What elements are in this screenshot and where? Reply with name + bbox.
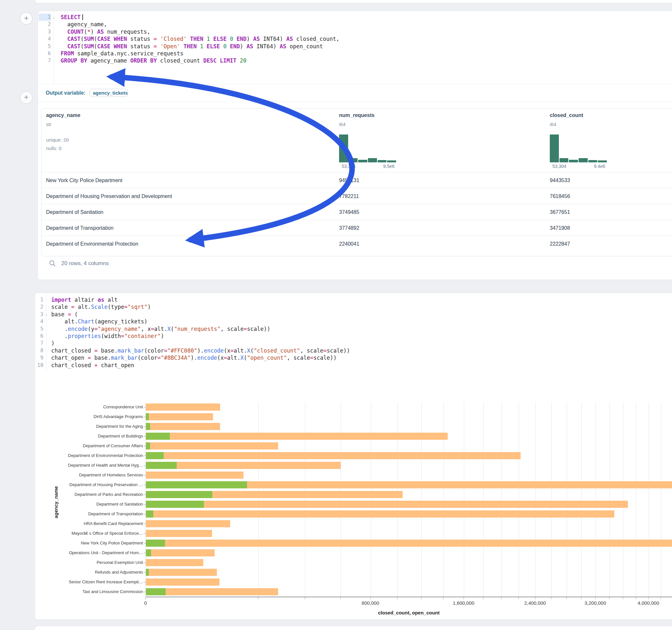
bar-closed_count[interactable] xyxy=(146,413,213,420)
bar-closed_count[interactable] xyxy=(146,539,672,547)
column-type: str xyxy=(46,122,51,127)
sql-editor[interactable]: 1⌄SELECT2 agency_name,3 COUNT(*) AS num_… xyxy=(39,14,654,65)
column-header-closed_count[interactable]: closed_counti6453,3049.4e6 xyxy=(545,108,655,172)
gridline xyxy=(535,402,536,597)
bar-closed_count[interactable] xyxy=(146,588,278,595)
code-line: 7GROUP BY agency_name ORDER BY closed_co… xyxy=(39,57,654,64)
x-tick xyxy=(535,597,535,599)
add-cell-button[interactable]: + xyxy=(20,91,32,104)
x-tick-label: 0 xyxy=(144,600,147,606)
bar-open_count[interactable] xyxy=(146,539,165,547)
search-icon[interactable] xyxy=(49,260,56,267)
y-axis-label: Senior Citizen Rent Increase Exempti… xyxy=(39,577,143,587)
column-histogram xyxy=(550,135,607,162)
x-tick-label: 1,600,000 xyxy=(453,600,475,606)
table-row[interactable]: Department of Environmental Protection22… xyxy=(42,236,672,252)
column-histogram xyxy=(339,135,396,162)
fold-spacer xyxy=(51,35,57,43)
column-header-agency_name[interactable]: agency_namestrunique: 20nulls: 0 xyxy=(42,108,152,172)
table-cell: 2240041 xyxy=(335,236,359,252)
bar-closed_count[interactable] xyxy=(146,549,215,556)
line-number: 6 xyxy=(39,50,51,57)
bar-open_count[interactable] xyxy=(146,569,149,576)
table-cell: 9453131 xyxy=(335,172,359,188)
output-variable-chip[interactable]: agency_tickets xyxy=(90,89,128,97)
bar-closed_count[interactable] xyxy=(146,569,217,576)
gridline xyxy=(609,402,610,597)
y-tick xyxy=(144,504,146,505)
line-number: 1 xyxy=(35,296,44,303)
bar-open_count[interactable] xyxy=(146,491,212,498)
bar-open_count[interactable] xyxy=(146,413,149,420)
y-tick xyxy=(144,533,146,534)
result-table[interactable]: agency_namestrunique: 20nulls: 0num_requ… xyxy=(41,108,672,256)
table-cell: 3471908 xyxy=(545,220,570,236)
bar-open_count[interactable] xyxy=(146,510,153,517)
python-editor[interactable]: 1import altair as alt2scale = alt.Scale(… xyxy=(35,296,652,369)
bar-closed_count[interactable] xyxy=(146,510,614,517)
y-tick xyxy=(144,475,146,476)
fold-spacer xyxy=(51,28,57,35)
bar-open_count[interactable] xyxy=(146,501,204,508)
bar-closed_count[interactable] xyxy=(146,471,243,479)
line-number: 7 xyxy=(35,340,44,347)
table-row[interactable]: Department of Housing Preservation and D… xyxy=(42,188,672,204)
table-cell: New York City Police Department xyxy=(42,172,123,188)
bar-closed_count[interactable] xyxy=(146,520,230,527)
column-header-num_requests[interactable]: num_requestsi6453,3049.5e6 xyxy=(335,108,445,172)
y-tick xyxy=(144,572,146,573)
bar-closed_count[interactable] xyxy=(146,433,448,440)
gridline xyxy=(398,402,398,597)
add-cell-button[interactable]: + xyxy=(20,12,32,25)
bar-closed_count[interactable] xyxy=(146,530,212,537)
bar-closed_count[interactable] xyxy=(146,579,219,586)
bar-open_count[interactable] xyxy=(146,433,170,440)
y-axis-label: Correspondence Unit xyxy=(39,402,143,412)
bar-open_count[interactable] xyxy=(146,452,164,459)
bar-closed_count[interactable] xyxy=(146,404,220,411)
hist-min-label: 53,304 xyxy=(552,164,566,169)
bar-closed_count[interactable] xyxy=(146,442,278,450)
bar-open_count[interactable] xyxy=(146,481,247,488)
chart-plot-area xyxy=(146,402,672,597)
fold-spacer xyxy=(44,333,49,340)
y-axis-label: Department of Health and Mental Hyg… xyxy=(39,461,143,470)
bar-open_count[interactable] xyxy=(146,423,150,430)
gridline xyxy=(258,402,259,597)
fold-chevron-icon[interactable]: ⌄ xyxy=(51,14,57,21)
column-name: agency_name xyxy=(46,113,80,118)
y-tick xyxy=(144,592,146,592)
x-tick xyxy=(421,597,422,599)
fold-spacer xyxy=(44,318,49,325)
hist-max-label: 9.4e6 xyxy=(594,164,605,169)
text-cursor xyxy=(82,14,83,20)
bar-open_count[interactable] xyxy=(146,442,150,450)
table-cell: 9443533 xyxy=(545,172,570,188)
y-axis-label: Department of Transportation xyxy=(39,509,143,519)
table-row[interactable]: Department of Transportation377489234719… xyxy=(42,220,672,236)
y-tick xyxy=(144,563,146,563)
x-tick xyxy=(595,597,596,599)
x-tick-label: 4,000,000 xyxy=(638,600,659,606)
fold-spacer xyxy=(44,303,49,311)
code-line: 8chart_closed = base.mark_bar(color="#FF… xyxy=(35,347,652,354)
gridline xyxy=(341,402,341,597)
table-row[interactable]: Department of Sanitation37494853677651 xyxy=(42,204,672,220)
x-tick xyxy=(661,597,661,599)
bar-open_count[interactable] xyxy=(146,549,151,556)
fold-chevron-icon[interactable]: ⌄ xyxy=(44,311,49,318)
line-number: 4 xyxy=(35,318,44,325)
bar-open_count[interactable] xyxy=(146,588,166,595)
code-line: 3 COUNT(*) AS num_requests, xyxy=(39,28,654,35)
x-tick xyxy=(305,597,305,599)
table-cell: 2222847 xyxy=(545,236,570,252)
bar-closed_count[interactable] xyxy=(146,501,628,508)
table-row[interactable]: New York City Police Department945313194… xyxy=(42,172,672,188)
x-tick xyxy=(566,597,567,599)
table-cell: 7618456 xyxy=(545,188,570,204)
bar-closed_count[interactable] xyxy=(146,559,203,566)
bar-closed_count[interactable] xyxy=(146,452,521,459)
fold-spacer xyxy=(51,43,57,50)
bar-open_count[interactable] xyxy=(146,462,177,469)
bar-closed_count[interactable] xyxy=(146,423,220,430)
